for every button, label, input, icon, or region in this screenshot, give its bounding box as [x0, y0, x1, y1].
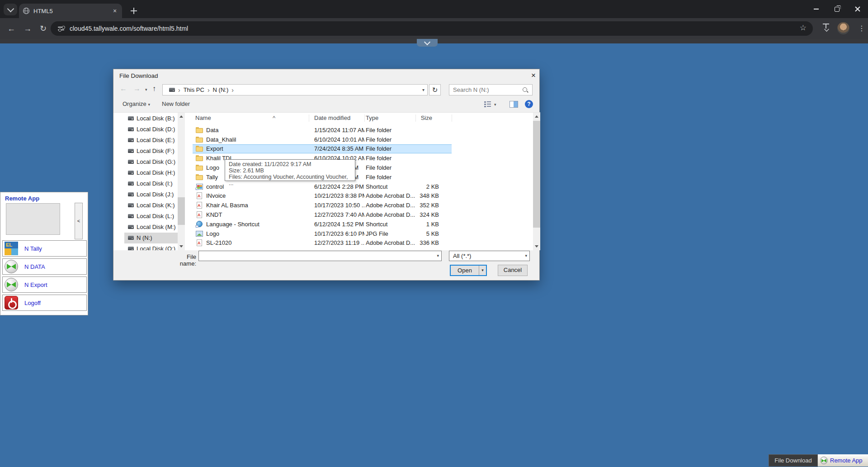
- dialog-close-button[interactable]: ×: [528, 71, 538, 81]
- file-name-cell: INvoice: [193, 192, 309, 199]
- site-info-tune-icon[interactable]: [58, 26, 64, 31]
- browser-tab[interactable]: HTML5 ×: [19, 4, 122, 18]
- remote-app-button-n-export[interactable]: N Export: [2, 276, 87, 293]
- chevron-down-icon[interactable]: ▾: [437, 253, 439, 258]
- taskbar-remote-app-item[interactable]: Remote App: [818, 454, 868, 467]
- tab-search-chevron-button[interactable]: [4, 4, 17, 15]
- sidebar-drive-item[interactable]: Local Disk (I:): [124, 178, 178, 189]
- file-name-cell: Data: [193, 127, 309, 133]
- file-row[interactable]: KNDT 12/27/2023 7:40 AM Adobe Acrobat D.…: [193, 210, 452, 219]
- panel-collapse-button[interactable]: <: [75, 203, 83, 239]
- sidebar-drive-item[interactable]: Local Disk (H:): [124, 167, 178, 178]
- organize-menu-button[interactable]: Organize ▾: [123, 100, 150, 107]
- column-header-name[interactable]: Name: [195, 114, 211, 121]
- scroll-down-icon[interactable]: [533, 243, 540, 250]
- sidebar-drive-item[interactable]: Local Disk (G:): [124, 156, 178, 167]
- column-header-size[interactable]: Size: [415, 114, 432, 121]
- file-row[interactable]: Logo 10/17/2023 6:10 PM JPG File 5 KB: [193, 229, 452, 238]
- cancel-button[interactable]: Cancel: [498, 265, 528, 276]
- window-restore-button[interactable]: [826, 0, 847, 18]
- file-row[interactable]: SL-21020 12/27/2023 11:19 ... Adobe Acro…: [193, 238, 452, 248]
- address-dropdown-caret[interactable]: ▾: [422, 87, 425, 92]
- file-row[interactable]: Data_Khalil 6/10/2024 10:01 AM File fold…: [193, 135, 452, 144]
- nav-back-button[interactable]: ←: [120, 85, 127, 93]
- sidebar-drive-item[interactable]: Local Disk (J:): [124, 189, 178, 200]
- scroll-up-icon[interactable]: [533, 113, 540, 120]
- file-icon: [196, 211, 203, 218]
- dialog-content: Local Disk (B:) Local Disk (D:) Local Di…: [113, 113, 540, 250]
- remote-app-button-n-tally[interactable]: EL N Tally: [2, 240, 87, 257]
- sidebar-drive-item[interactable]: Local Disk (E:): [124, 134, 178, 145]
- browser-titlebar: HTML5 ×: [0, 0, 868, 18]
- remote-app-button-logoff[interactable]: Logoff: [2, 295, 87, 311]
- forward-button[interactable]: →: [24, 24, 32, 33]
- open-button[interactable]: Open ▾: [450, 265, 487, 276]
- view-mode-caret[interactable]: ▾: [494, 102, 496, 107]
- tab-close-icon[interactable]: ×: [111, 7, 118, 14]
- file-icon: [196, 164, 203, 171]
- new-folder-button[interactable]: New folder: [162, 100, 190, 107]
- scroll-up-icon[interactable]: [178, 113, 185, 120]
- preview-pane-icon[interactable]: [509, 101, 518, 108]
- file-name-combo[interactable]: ▾: [198, 251, 442, 261]
- tooltip-files: Files: Accounting Voucher, Accounting Vo…: [229, 174, 351, 186]
- scrollbar-thumb[interactable]: [533, 121, 540, 228]
- back-button[interactable]: ←: [7, 24, 15, 33]
- search-input[interactable]: [449, 86, 522, 93]
- breadcrumb-drive-n[interactable]: N (N:): [213, 86, 229, 93]
- column-header-type[interactable]: Type: [366, 114, 378, 121]
- remote-app-panel: Remote App < EL N Tally N DATA N Export …: [0, 192, 88, 315]
- refresh-button[interactable]: ↻: [429, 84, 441, 95]
- sidebar-drive-item[interactable]: Local Disk (L:): [124, 210, 178, 221]
- file-icon: [196, 127, 203, 133]
- file-row[interactable]: INvoice 10/21/2023 8:38 PM Adobe Acrobat…: [193, 191, 452, 201]
- view-mode-icon[interactable]: [484, 101, 491, 108]
- file-row[interactable]: Khair AL Basma 10/17/2023 10:50 ... Adob…: [193, 200, 452, 210]
- sidebar-scrollbar[interactable]: [178, 113, 185, 250]
- sidebar-drive-item[interactable]: Local Disk (D:): [124, 124, 178, 134]
- taskbar-file-download-button[interactable]: File Download: [769, 454, 818, 467]
- drive-label: Local Disk (D:): [137, 126, 175, 133]
- column-header-date[interactable]: Date modified: [314, 114, 350, 121]
- drive-icon: [128, 225, 134, 229]
- file-row[interactable]: Export 7/24/2024 8:35 AM File folder: [193, 144, 452, 154]
- sidebar-drive-item[interactable]: Local Disk (B:): [124, 113, 178, 124]
- window-close-button[interactable]: [847, 0, 868, 18]
- browser-menu-kebab-icon[interactable]: ⋮: [858, 24, 865, 33]
- scrollbar-thumb[interactable]: [178, 197, 185, 225]
- file-row[interactable]: Language - Shortcut 6/12/2024 1:52 PM Sh…: [193, 219, 452, 229]
- file-name-cell: Language - Shortcut: [193, 221, 309, 228]
- drive-icon: [128, 127, 134, 131]
- breadcrumb-this-pc[interactable]: This PC: [184, 86, 204, 93]
- open-dropdown-caret[interactable]: ▾: [479, 266, 486, 275]
- search-box[interactable]: [449, 84, 533, 95]
- nav-forward-button[interactable]: →: [133, 85, 141, 93]
- drive-icon: [128, 116, 134, 120]
- sidebar-drive-item[interactable]: Local Disk (O:): [124, 243, 178, 250]
- file-type-select[interactable]: All (*.*) ▾: [449, 251, 530, 261]
- scroll-down-icon[interactable]: [178, 243, 185, 250]
- omnibox[interactable]: cloud45.tallywale.com/software/html5.htm…: [51, 21, 813, 36]
- file-name-cell: SL-21020: [193, 239, 309, 246]
- sidebar-drive-item[interactable]: N (N:): [124, 233, 178, 243]
- nav-history-caret[interactable]: ▾: [145, 87, 147, 92]
- url-text[interactable]: cloud45.tallywale.com/software/html5.htm…: [70, 25, 813, 32]
- open-button-label[interactable]: Open: [451, 266, 479, 275]
- remote-app-button-n-data[interactable]: N DATA: [2, 258, 87, 275]
- sidebar-drive-item[interactable]: Local Disk (K:): [124, 200, 178, 210]
- file-list-scrollbar[interactable]: [533, 113, 540, 250]
- nav-up-button[interactable]: ↑: [152, 85, 156, 93]
- reload-button[interactable]: ↻: [40, 24, 47, 33]
- file-type-cell: Adobe Acrobat D...: [364, 192, 415, 199]
- rdp-pulldown-button[interactable]: [417, 39, 438, 47]
- new-tab-button[interactable]: [128, 5, 139, 16]
- bookmark-star-icon[interactable]: ☆: [800, 23, 807, 33]
- help-icon[interactable]: ?: [525, 100, 533, 108]
- file-row[interactable]: Data 1/15/2024 11:07 AM File folder: [193, 125, 452, 135]
- profile-avatar[interactable]: [837, 22, 849, 34]
- window-minimize-button[interactable]: [806, 0, 826, 18]
- sidebar-drive-item[interactable]: Local Disk (M:): [124, 221, 178, 232]
- breadcrumb-bar[interactable]: › This PC › N (N:) › ▾: [162, 84, 428, 95]
- file-name-input[interactable]: [201, 252, 432, 261]
- sidebar-drive-item[interactable]: Local Disk (F:): [124, 145, 178, 156]
